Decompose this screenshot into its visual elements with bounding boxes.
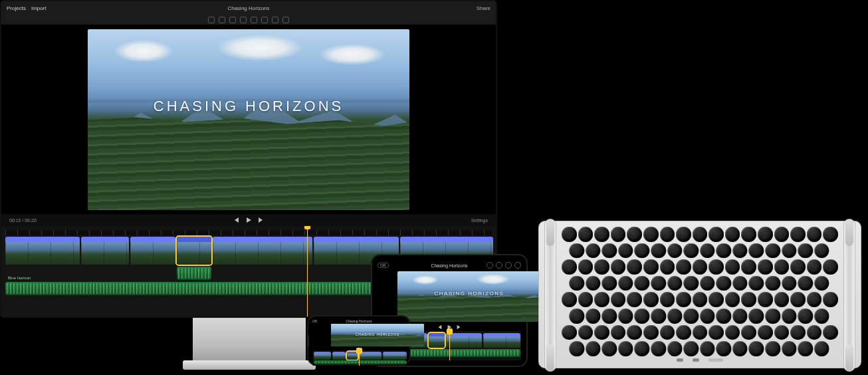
grille-hole	[823, 325, 838, 340]
iphone-playhead[interactable]	[359, 350, 360, 366]
undo-icon[interactable]	[487, 262, 493, 269]
grille-hole	[814, 309, 829, 324]
grille-hole	[700, 243, 715, 259]
grille-hole	[708, 227, 724, 242]
iphone-project-title: Chasing Horizons	[312, 319, 405, 323]
grille-hole	[676, 259, 691, 275]
music-track-label: Blue Horizon	[8, 276, 31, 280]
mac-pro-ports	[539, 358, 861, 365]
title-overlay: CHASING HORIZONS	[88, 98, 409, 115]
grille-hole	[627, 292, 642, 307]
grille-hole	[611, 292, 626, 307]
mac-pro-handle-left	[544, 219, 556, 372]
playhead[interactable]	[307, 226, 308, 316]
clip-label: Chasing Horizons – V2	[316, 237, 356, 242]
grille-hole	[758, 227, 773, 242]
grille-hole	[774, 325, 790, 340]
power-button[interactable]	[708, 358, 723, 362]
audio-clip[interactable]	[314, 360, 407, 364]
import-button[interactable]: Import	[31, 5, 47, 11]
grille-hole	[578, 292, 594, 307]
grille-hole	[643, 259, 659, 275]
grille-hole	[683, 309, 699, 324]
grille-hole	[586, 243, 601, 259]
settings-button[interactable]: Settings	[471, 218, 488, 223]
usb-c-port[interactable]	[677, 358, 683, 362]
grille-hole	[782, 309, 797, 324]
usb-c-port[interactable]	[693, 358, 699, 362]
play-icon[interactable]	[245, 217, 252, 223]
projects-back-button[interactable]: Projects	[7, 5, 26, 11]
video-clip[interactable]: Mountains	[213, 237, 312, 265]
ipad-playhead[interactable]	[449, 331, 450, 360]
grille-hole	[643, 227, 659, 242]
video-clip[interactable]	[483, 333, 520, 348]
info-icon[interactable]	[282, 17, 289, 23]
grille-hole	[741, 292, 756, 307]
stabilize-icon[interactable]	[240, 17, 247, 23]
grille-hole	[725, 325, 740, 340]
speed-icon[interactable]	[272, 17, 278, 23]
grille-hole	[594, 292, 609, 307]
grille-hole	[814, 276, 829, 291]
video-clip[interactable]	[314, 352, 331, 360]
grille-hole	[774, 292, 790, 307]
grille-hole	[569, 243, 584, 259]
video-clip[interactable]	[446, 333, 482, 348]
gear-icon[interactable]	[496, 262, 502, 269]
mac-pro-tower	[538, 221, 861, 368]
video-clip[interactable]	[429, 333, 445, 348]
iphone-timeline[interactable]	[312, 350, 405, 366]
mac-toolbar: Projects Import Chasing Horizons Share	[1, 1, 496, 15]
video-clip[interactable]	[332, 352, 346, 360]
grille-hole	[823, 292, 838, 307]
prev-icon[interactable]	[437, 324, 443, 330]
grille-hole	[627, 259, 642, 275]
noise-icon[interactable]	[261, 17, 268, 23]
video-clip[interactable]: Aerial	[130, 237, 175, 265]
grille-hole	[627, 325, 642, 340]
grille-hole	[693, 227, 708, 242]
grille-hole	[627, 227, 642, 242]
grille-hole	[725, 227, 740, 242]
ipad-preview: CHASING HORIZONS	[397, 271, 541, 322]
share-button[interactable]: Share	[477, 5, 490, 11]
monitor-stand	[193, 318, 306, 364]
grille-hole	[611, 325, 626, 340]
next-icon[interactable]	[456, 324, 461, 330]
mac-inspector-bar	[1, 15, 496, 25]
add-icon[interactable]	[514, 262, 521, 269]
grille-hole	[790, 259, 806, 275]
grille-hole	[651, 309, 666, 324]
grille-hole	[741, 325, 756, 340]
grille-hole	[749, 243, 764, 259]
video-clip[interactable]: Opening	[5, 237, 80, 265]
video-clip[interactable]	[383, 352, 407, 360]
clip-label: Opening	[7, 237, 23, 242]
color-correct-icon[interactable]	[219, 17, 225, 23]
project-title: Chasing Horizons	[1, 5, 496, 11]
volume-icon[interactable]	[251, 17, 257, 23]
color-balance-icon[interactable]	[208, 17, 215, 23]
grille-hole	[732, 341, 748, 356]
grille-hole	[814, 341, 829, 356]
grille-hole	[601, 243, 617, 259]
video-clip[interactable]: Valley	[81, 237, 129, 265]
grille-hole	[635, 276, 650, 291]
crop-icon[interactable]	[229, 17, 236, 23]
grille-hole	[758, 325, 773, 340]
prev-icon[interactable]	[233, 217, 240, 223]
grille-hole	[708, 259, 724, 275]
share-icon[interactable]	[505, 262, 512, 269]
grille-hole	[660, 325, 675, 340]
grille-hole	[578, 325, 594, 340]
grille-hole	[749, 309, 764, 324]
video-clip[interactable]	[359, 352, 381, 360]
audio-clip[interactable]	[177, 267, 211, 280]
ipad-done-button[interactable]: OK	[378, 263, 389, 268]
next-icon[interactable]	[257, 217, 264, 223]
mac-transport: 00:15 / 06:20 Settings	[1, 214, 496, 226]
video-clip[interactable]: Terraces	[177, 237, 211, 265]
grille-hole	[594, 259, 609, 275]
timeline-ruler[interactable]	[5, 230, 492, 235]
